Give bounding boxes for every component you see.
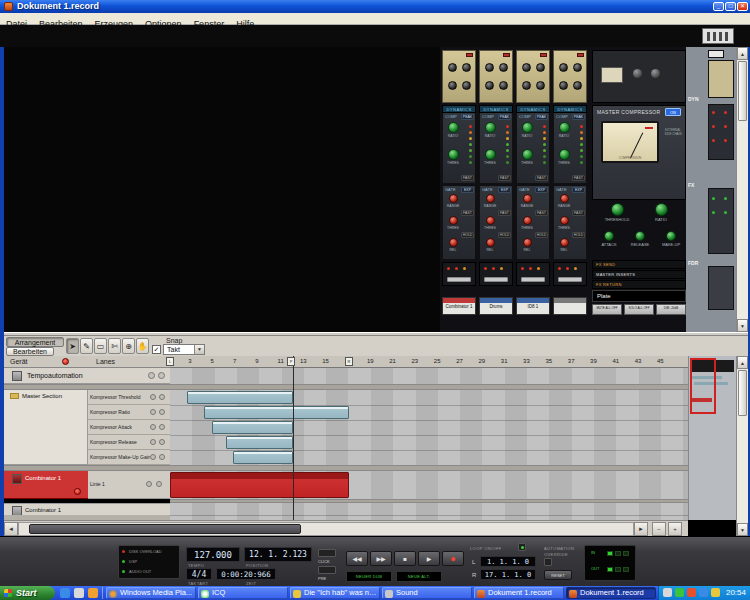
peak-button[interactable]: PEAK xyxy=(498,114,511,120)
magnify-tool[interactable]: ⊕ xyxy=(122,338,135,354)
range-knob[interactable] xyxy=(486,194,495,203)
gate-hold-button[interactable]: HOLD xyxy=(535,232,548,238)
pencil-tool[interactable]: ✎ xyxy=(80,338,93,354)
eq-knob[interactable] xyxy=(559,81,568,90)
gate-rel-knob[interactable] xyxy=(523,238,532,247)
gate-rel-knob[interactable] xyxy=(560,238,569,247)
gate-thres-knob[interactable] xyxy=(449,216,458,225)
lane-solo-button[interactable] xyxy=(159,424,165,430)
range-knob[interactable]: RANGE xyxy=(444,194,462,208)
position-display[interactable]: 12. 1. 2.123 xyxy=(244,547,312,562)
eq-knob[interactable] xyxy=(536,63,545,72)
master-upper-knob[interactable] xyxy=(633,69,642,78)
tempo-display[interactable]: 127.000 xyxy=(186,547,240,562)
bar-ruler[interactable]: 3579111315171921232527293133353739414345 xyxy=(170,356,688,368)
pointer-tool[interactable]: ➤ xyxy=(66,338,79,354)
lane-kompressor-threshold[interactable]: Kompressor Threshold xyxy=(88,390,170,405)
lane-solo-button[interactable] xyxy=(159,394,165,400)
range-knob[interactable] xyxy=(560,194,569,203)
comp-thres-knob[interactable]: THRES xyxy=(481,149,499,165)
sequencer-navigator[interactable] xyxy=(688,356,736,520)
eq-knob[interactable] xyxy=(573,81,582,90)
right-locator-flag[interactable]: R xyxy=(345,357,353,366)
gate-hold-button[interactable]: HOLD xyxy=(498,232,511,238)
taskbar-button-5[interactable]: Dokument 1.record xyxy=(474,587,564,599)
mixer-section-label-dyn[interactable]: DYN xyxy=(688,96,699,102)
range-knob[interactable]: RANGE xyxy=(518,194,536,208)
ratio-knob[interactable] xyxy=(655,203,668,216)
click-button[interactable] xyxy=(318,549,336,557)
eraser-tool[interactable]: ▭ xyxy=(94,338,107,354)
rewind-button[interactable]: ◀◀ xyxy=(346,551,368,566)
snap-dropdown[interactable]: Takt ▼ xyxy=(163,344,205,355)
rack-scrollbar[interactable]: ▲ ▼ xyxy=(736,47,748,332)
signature-display[interactable]: 4/4 xyxy=(186,568,212,580)
eq-knob[interactable] xyxy=(522,81,531,90)
left-locator-display[interactable]: 1. 1. 1. 0 xyxy=(480,556,536,567)
eq-knob[interactable] xyxy=(462,81,471,90)
lane-kompressor-attack[interactable]: Kompressor Attack xyxy=(88,420,170,435)
gate-rel-knob[interactable]: REL xyxy=(555,238,573,252)
channel-nameplate[interactable]: Combinator 1 xyxy=(442,297,476,315)
gate-thres-knob[interactable] xyxy=(486,216,495,225)
insert-button[interactable] xyxy=(447,277,471,282)
scroll-down-icon[interactable]: ▼ xyxy=(737,523,748,536)
master-inserts-row[interactable]: MASTER INSERTS xyxy=(592,270,686,279)
comp-thres-knob[interactable] xyxy=(522,149,533,160)
comp-thres-knob[interactable] xyxy=(485,149,496,160)
arrangement-grid[interactable] xyxy=(170,368,688,520)
insert-button[interactable] xyxy=(484,277,508,282)
channel-nameplate[interactable]: Drums xyxy=(479,297,513,315)
horizontal-scrollbar[interactable] xyxy=(18,522,634,536)
eq-knob[interactable] xyxy=(448,63,457,72)
automation-clip-kompressor-attack[interactable] xyxy=(212,421,292,434)
song-position-line[interactable] xyxy=(293,356,294,520)
comp-thres-knob[interactable]: THRES xyxy=(555,149,573,165)
gate-thres-knob[interactable]: THRES xyxy=(518,216,536,230)
maximize-button[interactable]: □ xyxy=(725,2,736,11)
snap-checkbox[interactable]: ✓ xyxy=(152,345,161,354)
rack-scroll-thumb[interactable] xyxy=(738,61,747,121)
track-combinator-1[interactable]: Combinator 1 xyxy=(4,471,88,499)
ratio-knob[interactable]: RATIO xyxy=(518,122,536,138)
eq-knob[interactable] xyxy=(499,63,508,72)
ratio-knob[interactable]: RATIO xyxy=(646,203,676,222)
sequencer-vscrollbar[interactable]: ▲ ▼ xyxy=(736,356,748,536)
volume-icon[interactable] xyxy=(663,588,672,597)
peak-button[interactable]: PEAK xyxy=(572,114,585,120)
comp-thres-knob[interactable] xyxy=(448,149,459,160)
taskbar-button-4[interactable]: Sound xyxy=(382,587,472,599)
lane-linie-1[interactable]: Linie 1 xyxy=(88,471,170,499)
comp-thres-knob[interactable]: THRES xyxy=(444,149,462,165)
ratio-knob[interactable] xyxy=(522,122,533,133)
automation-clip-kompressor-make-up-gain[interactable] xyxy=(233,451,293,464)
taskbar-button-3[interactable]: Die "Ich hab" was ne... xyxy=(290,587,380,599)
threshold-knob[interactable]: THRESHOLD xyxy=(602,203,632,222)
taskbar-button-1[interactable]: Windows Media Pla... xyxy=(106,587,196,599)
eq-knob[interactable] xyxy=(499,81,508,90)
release-knob[interactable] xyxy=(635,231,645,241)
title-bar[interactable]: Dokument 1.record _ □ ✕ xyxy=(0,0,750,13)
automation-clip-kompressor-release[interactable] xyxy=(226,436,293,449)
left-locator-flag[interactable]: L xyxy=(166,357,174,366)
messenger-icon[interactable] xyxy=(711,588,720,597)
shield-icon[interactable] xyxy=(687,588,696,597)
gate-thres-knob[interactable] xyxy=(523,216,532,225)
mixer-navigator-strip[interactable]: DYNFXFDR xyxy=(686,47,736,332)
exp-button[interactable]: EXP xyxy=(535,187,548,193)
lane-mute-button[interactable] xyxy=(150,424,156,430)
comp-fast-button[interactable]: FAST xyxy=(535,175,548,181)
new-dub-button[interactable]: NEUER DUB xyxy=(346,571,392,582)
ratio-knob[interactable]: RATIO xyxy=(481,122,499,138)
fx-return-row[interactable]: FX RETURN xyxy=(592,280,686,289)
zoom-out-button[interactable]: − xyxy=(652,522,666,536)
ratio-knob[interactable] xyxy=(448,122,459,133)
display-icon[interactable] xyxy=(699,588,708,597)
channel-nameplate[interactable] xyxy=(553,297,587,315)
fx-return-patch-display[interactable]: Plate xyxy=(592,290,686,302)
eq-knob[interactable] xyxy=(448,81,457,90)
peak-button[interactable]: PEAK xyxy=(461,114,474,120)
gate-thres-knob[interactable] xyxy=(560,216,569,225)
scroll-left-icon[interactable]: ◄ xyxy=(4,522,18,536)
comp-thres-knob[interactable] xyxy=(559,149,570,160)
